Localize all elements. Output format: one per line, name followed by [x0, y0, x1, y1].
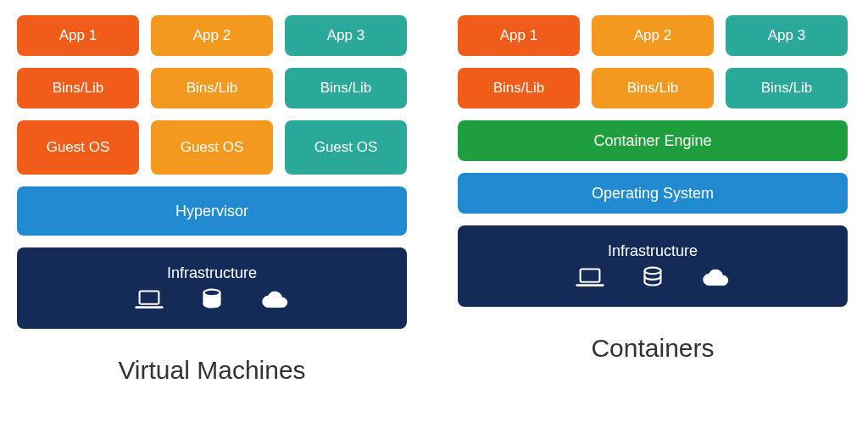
vm-app-2: App 2	[151, 15, 273, 56]
ct-infra-label: Infrastructure	[608, 242, 698, 260]
ct-bins-row: Bins/Lib Bins/Lib Bins/Lib	[458, 68, 848, 108]
vm-app-1: App 1	[17, 15, 139, 56]
containers-diagram: App 1 App 2 App 3 Bins/Lib Bins/Lib Bins…	[458, 15, 848, 439]
vm-title: Virtual Machines	[118, 356, 305, 385]
vm-bins-row: Bins/Lib Bins/Lib Bins/Lib	[17, 68, 407, 108]
vm-app-3: App 3	[285, 15, 407, 56]
ct-os: Operating System	[458, 173, 848, 214]
ct-bins-2: Bins/Lib	[592, 68, 714, 108]
vm-bins-1: Bins/Lib	[17, 68, 139, 108]
ct-title: Containers	[591, 334, 714, 363]
vm-bins-2: Bins/Lib	[151, 68, 273, 108]
laptop-icon	[574, 265, 606, 291]
vm-guest-row: Guest OS Guest OS Guest OS	[17, 120, 407, 175]
vm-guest-3: Guest OS	[285, 120, 407, 175]
vm-infra-label: Infrastructure	[167, 264, 257, 282]
ct-app-1: App 1	[458, 15, 580, 56]
vm-infrastructure: Infrastructure	[17, 247, 407, 329]
svg-point-6	[645, 267, 661, 274]
svg-rect-0	[140, 291, 159, 303]
vm-hypervisor: Hypervisor	[17, 186, 407, 236]
vm-diagram: App 1 App 2 App 3 Bins/Lib Bins/Lib Bins…	[17, 15, 407, 439]
vm-guest-1: Guest OS	[17, 120, 139, 175]
ct-infra-icons	[574, 265, 732, 291]
cloud-icon	[259, 287, 291, 313]
ct-apps-row: App 1 App 2 App 3	[458, 15, 848, 56]
ct-bins-3: Bins/Lib	[726, 68, 848, 108]
vm-guest-2: Guest OS	[151, 120, 273, 175]
svg-rect-5	[581, 269, 600, 281]
vm-infra-icons	[133, 287, 291, 313]
ct-app-2: App 2	[592, 15, 714, 56]
ct-app-3: App 3	[726, 15, 848, 56]
vm-bins-3: Bins/Lib	[285, 68, 407, 108]
database-icon	[196, 287, 228, 313]
vm-apps-row: App 1 App 2 App 3	[17, 15, 407, 56]
laptop-icon	[133, 287, 165, 313]
ct-bins-1: Bins/Lib	[458, 68, 580, 108]
database-icon	[637, 265, 669, 291]
ct-engine: Container Engine	[458, 120, 848, 161]
cloud-icon	[699, 265, 732, 291]
ct-infrastructure: Infrastructure	[458, 225, 848, 307]
